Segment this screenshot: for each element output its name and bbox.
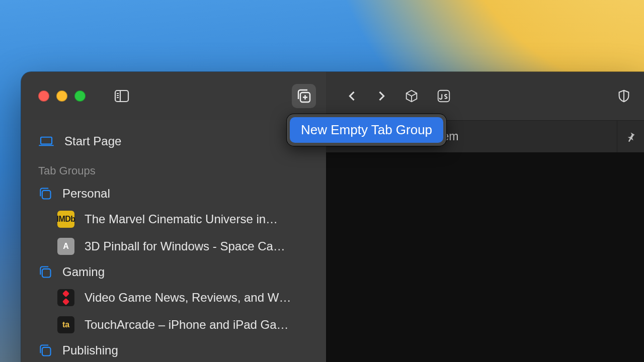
window-controls [38, 90, 86, 102]
sidebar-section-tab-groups: Tab Groups [35, 153, 317, 182]
tab-item[interactable]: A 3D Pinball for Windows - Space Ca… [35, 233, 317, 260]
tab-group-gaming[interactable]: Gaming [35, 260, 317, 284]
tab-group-label: Publishing [62, 343, 118, 357]
shield-icon [616, 88, 631, 104]
sidebar-start-page-label: Start Page [64, 134, 121, 148]
svg-rect-15 [42, 347, 51, 356]
content-area: sider Publishing System [326, 120, 644, 362]
fullscreen-window-button[interactable] [74, 90, 86, 102]
tab-group-icon [38, 343, 52, 357]
back-button[interactable] [343, 84, 361, 108]
favicon-ign [57, 289, 74, 306]
ar-quicklook-button[interactable] [401, 84, 422, 108]
toggle-sidebar-button[interactable] [110, 84, 134, 108]
toolbar-left [21, 72, 326, 120]
privacy-report-button[interactable] [614, 84, 634, 108]
svg-rect-14 [42, 269, 51, 278]
tab-item[interactable]: Video Game News, Reviews, and W… [35, 284, 317, 311]
close-window-button[interactable] [38, 90, 49, 102]
favicon-imdb: IMDb [57, 211, 74, 228]
chevron-right-icon [374, 89, 388, 103]
sidebar: Start Page Tab Groups Personal IMDb The … [21, 120, 326, 362]
minimize-window-button[interactable] [56, 90, 67, 102]
js-icon [436, 88, 451, 104]
favicon-toucharcade: ta [57, 316, 74, 333]
new-tab-group-button[interactable] [292, 84, 316, 108]
svg-rect-13 [42, 191, 51, 199]
tab-title: 3D Pinball for Windows - Space Ca… [85, 239, 285, 253]
tab-group-personal[interactable]: Personal [35, 182, 317, 206]
tab-title: TouchArcade – iPhone and iPad Ga… [85, 318, 289, 332]
cube-icon [404, 88, 419, 104]
tab-item[interactable]: IMDb The Marvel Cinematic Universe in… [35, 206, 317, 233]
toolbar-right [326, 72, 644, 120]
svg-rect-9 [438, 90, 450, 102]
tab-title: The Marvel Cinematic Universe in… [85, 212, 278, 226]
pin-tab-button[interactable] [617, 121, 644, 152]
sidebar-icon [114, 88, 130, 104]
forward-button[interactable] [372, 84, 390, 108]
svg-rect-11 [41, 137, 52, 144]
tab-group-icon [38, 187, 52, 201]
tab-title: Video Game News, Reviews, and W… [85, 291, 291, 305]
sidebar-start-page[interactable]: Start Page [35, 129, 317, 153]
tab-item[interactable]: ta TouchArcade – iPhone and iPad Ga… [35, 311, 317, 338]
menu-item-new-empty-tab-group[interactable]: New Empty Tab Group [290, 117, 443, 143]
pin-icon [625, 131, 636, 142]
laptop-icon [38, 136, 54, 147]
tab-group-plus-icon [296, 88, 312, 104]
tab-group-publishing[interactable]: Publishing [35, 338, 317, 362]
favicon-generic: A [57, 238, 74, 255]
javascript-console-button[interactable] [433, 84, 455, 108]
new-tab-group-menu: New Empty Tab Group [287, 114, 446, 146]
chevron-left-icon [345, 89, 359, 103]
tab-group-icon [38, 265, 52, 279]
tab-group-label: Gaming [62, 265, 105, 279]
tab-group-label: Personal [62, 187, 110, 201]
